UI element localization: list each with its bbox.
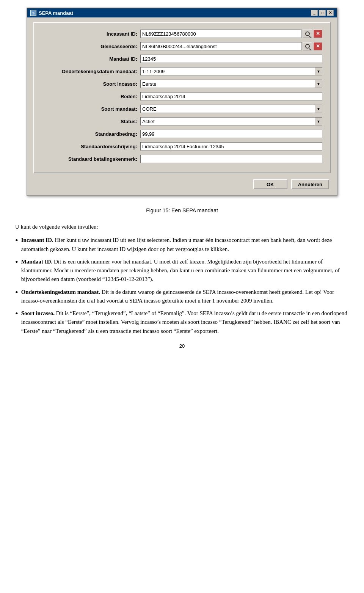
incassant-id-input[interactable]: [140, 30, 302, 38]
soort-mandaat-select[interactable]: CORE B2B: [140, 105, 322, 113]
titlebar-buttons: _ □ ✕: [311, 10, 334, 16]
sepa-dialog: S SEPA mandaat _ □ ✕ Incassant ID:: [27, 8, 337, 196]
bullet-content: Mandaat ID. Dit is een uniek nummer voor…: [21, 257, 349, 284]
bullet-text-1: Dit is een uniek nummer voor het mandaat…: [21, 259, 340, 282]
page-number: 20: [15, 343, 349, 349]
incassant-id-label: Incassant ID:: [42, 31, 140, 37]
reden-row: Reden:: [42, 91, 322, 101]
mandaat-id-input[interactable]: [140, 55, 322, 63]
betalingskenmerk-label: Standaard betalingskenmerk:: [42, 156, 140, 162]
ok-button[interactable]: OK: [253, 179, 287, 189]
standaardbedrag-label: Standaardbedrag:: [42, 131, 140, 137]
status-row: Status: Actief Inactief ▼: [42, 116, 322, 126]
bullet-content: Soort incasso. Dit is “Eerste”, “Terugke…: [21, 309, 349, 336]
incassant-id-search-button[interactable]: [303, 30, 312, 38]
standaardomschrijving-input[interactable]: [140, 142, 322, 151]
soort-incasso-row: Soort incasso: Eerste Terugkerend Laatst…: [42, 79, 322, 89]
soort-incasso-select[interactable]: Eerste Terugkerend Laatste Eenmalig: [140, 80, 322, 88]
clear-icon: ✕: [316, 43, 320, 49]
mandaat-id-label: Mandaat ID:: [42, 56, 140, 62]
body-text: U kunt de volgende velden invullen: • In…: [15, 223, 349, 336]
intro-text: U kunt de volgende velden invullen:: [15, 223, 349, 231]
bullet-heading-3: Soort incasso.: [21, 310, 55, 316]
bullet-heading-2: Ondertekeningsdatum mandaat.: [21, 289, 100, 295]
geincasseerde-search-button[interactable]: [303, 42, 312, 50]
ondertekeningsdatum-dropdown-wrapper: 1-11-2009 ▼: [140, 67, 322, 75]
list-item: • Incassant ID. Hier kunt u uw incassant…: [15, 236, 349, 254]
dialog-body: Incassant ID: ✕ Geincasseerde:: [27, 17, 337, 195]
annuleren-button[interactable]: Annuleren: [291, 179, 329, 189]
geincasseerde-row: Geincasseerde: ✕: [42, 41, 322, 51]
figure-caption: Figuur 15: Een SEPA mandaat: [15, 207, 349, 213]
soort-mandaat-label: Soort mandaat:: [42, 106, 140, 112]
list-item: • Mandaat ID. Dit is een uniek nummer vo…: [15, 257, 349, 284]
restore-button[interactable]: □: [319, 10, 326, 16]
bullet-dot: •: [15, 236, 18, 245]
mandaat-id-row: Mandaat ID:: [42, 54, 322, 64]
incassant-id-row: Incassant ID: ✕: [42, 29, 322, 39]
list-item: • Ondertekeningsdatum mandaat. Dit is de…: [15, 288, 349, 306]
bullet-content: Incassant ID. Hier kunt u uw incassant I…: [21, 236, 349, 254]
standaardbedrag-input[interactable]: [140, 130, 322, 138]
geincasseerde-group: ✕: [140, 42, 322, 50]
ondertekeningsdatum-label: Ondertekeningsdatum mandaat:: [42, 69, 140, 74]
status-select[interactable]: Actief Inactief: [140, 117, 322, 126]
reden-input[interactable]: [140, 92, 322, 100]
geincasseerde-label: Geincasseerde:: [42, 44, 140, 49]
standaardbedrag-row: Standaardbedrag:: [42, 129, 322, 139]
incassant-id-clear-button[interactable]: ✕: [313, 30, 322, 38]
geincasseerde-clear-button[interactable]: ✕: [313, 42, 322, 50]
bullet-dot: •: [15, 309, 18, 318]
betalingskenmerk-row: Standaard betalingskenmerk:: [42, 154, 322, 164]
incassant-id-group: ✕: [140, 30, 322, 38]
search-icon: [305, 31, 310, 36]
soort-incasso-label: Soort incasso:: [42, 81, 140, 87]
status-dropdown-wrapper: Actief Inactief ▼: [140, 117, 322, 126]
bullet-list: • Incassant ID. Hier kunt u uw incassant…: [15, 236, 349, 336]
bullet-content: Ondertekeningsdatum mandaat. Dit is de d…: [21, 288, 349, 306]
close-button[interactable]: ✕: [327, 10, 334, 16]
bullet-heading-1: Mandaat ID.: [21, 259, 53, 265]
geincasseerde-input[interactable]: [140, 42, 302, 50]
standaardomschrijving-row: Standaardomschrijving:: [42, 141, 322, 151]
dialog-action-buttons: OK Annuleren: [33, 179, 331, 189]
reden-label: Reden:: [42, 94, 140, 99]
bullet-text-3: Dit is “Eerste”, “Terugkerend”, “Laatste…: [21, 310, 347, 334]
status-label: Status:: [42, 119, 140, 124]
soort-incasso-dropdown-wrapper: Eerste Terugkerend Laatste Eenmalig ▼: [140, 80, 322, 88]
standaardomschrijving-label: Standaardomschrijving:: [42, 144, 140, 149]
ondertekeningsdatum-row: Ondertekeningsdatum mandaat: 1-11-2009 ▼: [42, 66, 322, 76]
clear-icon: ✕: [316, 31, 320, 37]
list-item: • Soort incasso. Dit is “Eerste”, “Terug…: [15, 309, 349, 336]
dialog-title: SEPA mandaat: [39, 10, 73, 16]
minimize-button[interactable]: _: [311, 10, 318, 16]
ondertekeningsdatum-select[interactable]: 1-11-2009: [140, 67, 322, 75]
bullet-dot: •: [15, 288, 18, 296]
bullet-dot: •: [15, 258, 18, 266]
bullet-heading-0: Incassant ID.: [21, 237, 53, 243]
bullet-text-0: Hier kunt u uw incassant ID uit een lijs…: [21, 237, 332, 252]
soort-mandaat-row: Soort mandaat: CORE B2B ▼: [42, 104, 322, 114]
dialog-title-icon: S: [30, 10, 36, 16]
dialog-titlebar: S SEPA mandaat _ □ ✕: [27, 8, 337, 17]
betalingskenmerk-input[interactable]: [140, 155, 322, 163]
soort-mandaat-dropdown-wrapper: CORE B2B ▼: [140, 105, 322, 113]
search-icon: [305, 44, 310, 49]
form-panel: Incassant ID: ✕ Geincasseerde:: [33, 22, 331, 173]
